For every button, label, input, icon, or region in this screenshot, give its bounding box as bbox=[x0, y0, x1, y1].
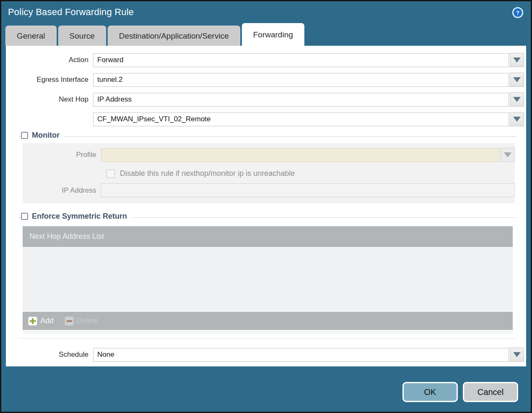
egress-interface-dropdown-button[interactable] bbox=[510, 73, 524, 87]
schedule-label: Schedule bbox=[6, 350, 93, 359]
next-hop-address-list-header: Next Hop Address List bbox=[23, 226, 513, 247]
egress-interface-label: Egress Interface bbox=[6, 76, 93, 84]
minus-icon bbox=[65, 316, 74, 326]
egress-interface-input[interactable] bbox=[93, 73, 509, 87]
profile-row: Profile bbox=[23, 148, 515, 162]
tab-forwarding[interactable]: Forwarding bbox=[242, 23, 304, 46]
add-button[interactable]: Add bbox=[28, 316, 54, 326]
tab-source[interactable]: Source bbox=[58, 26, 106, 46]
next-hop-row: Next Hop bbox=[6, 92, 526, 107]
monitor-toggle[interactable]: Monitor bbox=[21, 131, 64, 140]
cancel-button[interactable]: Cancel bbox=[463, 382, 518, 402]
monitor-ip-label: IP Address bbox=[23, 186, 101, 195]
next-hop-address-list-body bbox=[23, 247, 513, 312]
chevron-down-icon bbox=[504, 152, 511, 157]
delete-button: Delete bbox=[65, 316, 99, 326]
monitor-legend: Monitor bbox=[32, 131, 60, 140]
plus-icon bbox=[28, 316, 37, 326]
profile-label: Profile bbox=[23, 151, 101, 159]
pbf-rule-dialog: Policy Based Forwarding Rule ? General S… bbox=[0, 0, 532, 413]
table-bottom-strip bbox=[23, 330, 513, 334]
disable-rule-checkbox bbox=[106, 170, 115, 178]
action-label: Action bbox=[6, 56, 93, 64]
tab-general[interactable]: General bbox=[5, 26, 57, 46]
tab-destination-application-service[interactable]: Destination/Application/Service bbox=[108, 26, 240, 46]
enforce-symmetric-return-fieldset: Enforce Symmetric Return Next Hop Addres… bbox=[18, 217, 516, 339]
monitor-fieldset: Monitor Profile Disable this rule if nex… bbox=[18, 136, 516, 203]
chevron-down-icon bbox=[513, 352, 521, 357]
tab-bar: General Source Destination/Application/S… bbox=[1, 23, 531, 46]
enforce-symmetric-return-legend: Enforce Symmetric Return bbox=[32, 212, 127, 221]
next-hop-address-dropdown-button[interactable] bbox=[510, 112, 524, 126]
profile-input bbox=[101, 148, 500, 162]
next-hop-address-input[interactable] bbox=[93, 112, 509, 126]
delete-button-label: Delete bbox=[77, 316, 99, 325]
dialog-title: Policy Based Forwarding Rule bbox=[8, 7, 134, 18]
enforce-symmetric-return-toggle[interactable]: Enforce Symmetric Return bbox=[21, 212, 131, 221]
next-hop-address-list-toolbar: Add Delete bbox=[23, 312, 513, 330]
next-hop-type-input[interactable] bbox=[93, 93, 509, 107]
action-dropdown-button[interactable] bbox=[510, 53, 524, 67]
next-hop-address-row bbox=[6, 112, 526, 126]
next-hop-label: Next Hop bbox=[6, 95, 93, 104]
ok-button[interactable]: OK bbox=[402, 382, 458, 402]
forwarding-tab-panel: Action Egress Interface Next Hop Monitor bbox=[6, 46, 526, 366]
chevron-down-icon bbox=[513, 77, 521, 82]
egress-interface-row: Egress Interface bbox=[6, 73, 526, 87]
schedule-dropdown-button[interactable] bbox=[510, 348, 524, 362]
svg-text:?: ? bbox=[516, 10, 519, 16]
monitor-ip-row: IP Address bbox=[23, 183, 515, 197]
next-hop-dropdown-button[interactable] bbox=[510, 92, 524, 107]
disable-rule-row: Disable this rule if nexthop/monitor ip … bbox=[106, 167, 515, 178]
profile-dropdown-button bbox=[501, 148, 515, 162]
enforce-symmetric-return-checkbox[interactable] bbox=[21, 213, 28, 220]
next-hop-address-list-table: Next Hop Address List Add Delete bbox=[23, 226, 513, 334]
monitor-ip-input bbox=[101, 183, 515, 197]
help-icon[interactable]: ? bbox=[512, 7, 524, 18]
action-input[interactable] bbox=[93, 53, 509, 67]
dialog-titlebar: Policy Based Forwarding Rule ? bbox=[1, 1, 531, 23]
chevron-down-icon bbox=[513, 117, 521, 122]
chevron-down-icon bbox=[513, 58, 521, 63]
add-button-label: Add bbox=[40, 316, 54, 325]
schedule-row: Schedule bbox=[6, 348, 526, 362]
action-row: Action bbox=[6, 53, 526, 67]
disable-rule-label: Disable this rule if nexthop/monitor ip … bbox=[120, 169, 295, 178]
monitor-checkbox[interactable] bbox=[21, 132, 28, 139]
chevron-down-icon bbox=[513, 97, 521, 102]
monitor-panel: Profile Disable this rule if nexthop/mon… bbox=[23, 143, 515, 203]
dialog-footer: OK Cancel bbox=[402, 382, 518, 402]
schedule-input[interactable] bbox=[93, 348, 509, 362]
